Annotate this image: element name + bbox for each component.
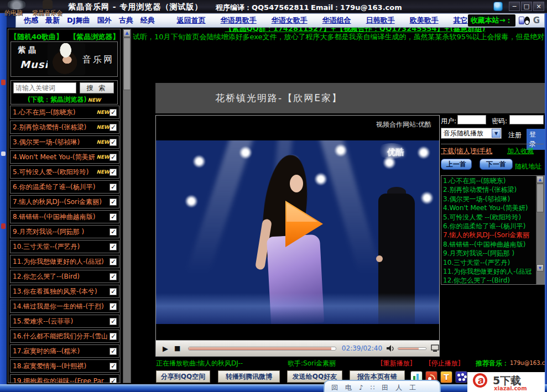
paw-dots-icon[interactable]	[455, 371, 467, 383]
song-row[interactable]: 2.别再惊动爱情-(张栋梁)NEW	[10, 121, 119, 134]
song-checkbox[interactable]	[110, 258, 117, 265]
playlist-item[interactable]: 3.偶尔哭一场-(邬祯琳)	[441, 195, 535, 203]
playlist-item[interactable]: 5.可怜没人爱 --(欧阳玲玲)	[441, 213, 535, 222]
nav-male-singers[interactable]: 华语男歌手	[221, 15, 257, 25]
desktop-icon[interactable]	[8, 0, 25, 9]
search-button[interactable]: 搜 索	[80, 82, 114, 93]
song-row[interactable]: 17.寂寞时的痛--(糯米)	[10, 344, 119, 358]
register-link[interactable]: 注册	[508, 130, 522, 140]
menu-category-classical[interactable]: 古典	[119, 15, 133, 25]
scrollbar-thumb[interactable]	[536, 184, 544, 212]
song-checkbox[interactable]	[110, 348, 117, 355]
tencent-t-icon[interactable]: T	[440, 371, 452, 383]
minimize-button[interactable]: −	[509, 2, 520, 11]
volume-slider[interactable]	[398, 347, 426, 350]
playlist-item[interactable]: 1.心不在焉--(陈晓东)	[441, 176, 535, 185]
song-row[interactable]: 16.什么都不能把我们分开-(雪山	[10, 330, 119, 343]
user-tool-icon[interactable]: 人	[395, 384, 402, 391]
playback-mode-select[interactable]: 音乐随机播放 ▼	[441, 128, 502, 139]
song-checkbox[interactable]	[110, 109, 117, 116]
add-favorite-link[interactable]: 加入收藏	[507, 147, 534, 156]
password-field[interactable]	[509, 115, 544, 124]
song-row[interactable]: 19.拥抱着你的滋味--(Free Par	[10, 374, 119, 383]
desktop-icon[interactable]	[43, 0, 53, 9]
song-row[interactable]: 3.偶尔哭一场-(邬祯琳)NEW	[10, 135, 119, 149]
video-player[interactable]: 视频合作网站:优酷	[155, 115, 440, 357]
dots-tool-icon[interactable]: ∷	[371, 384, 375, 391]
scroll-up-button[interactable]: ▲	[536, 176, 544, 183]
floating-toolbar[interactable]: 回 电 ♪ ∷ 田 人 工	[324, 380, 441, 392]
share-qzone-button[interactable]: 分享到QQ空间	[156, 370, 210, 383]
song-row[interactable]: 18.寂寞爱情海--(叶熙祺)	[10, 359, 119, 373]
scrollbar-thumb[interactable]	[123, 38, 131, 90]
song-checkbox[interactable]	[110, 363, 117, 370]
playlist-item[interactable]: 8.错错错--(中国神曲越南版)	[441, 240, 535, 249]
menu-category-classic[interactable]: 经典	[140, 15, 155, 25]
play-overlay-button[interactable]	[284, 200, 324, 248]
browser-link[interactable]: 【紫晶浏览器】	[69, 33, 119, 41]
wrench-tool-icon[interactable]: 工	[409, 384, 416, 391]
music-tool-icon[interactable]: ♪	[359, 384, 363, 391]
song-checkbox[interactable]	[110, 318, 117, 325]
fullscreen-icon[interactable]	[431, 344, 439, 352]
stop-icon[interactable]: ■	[174, 345, 180, 352]
song-checkbox[interactable]	[110, 228, 117, 236]
scroll-down-button[interactable]: ▼	[536, 264, 544, 271]
song-row[interactable]: 11.为你我想做更好的人-(品冠)	[10, 255, 119, 268]
menu-category-dj[interactable]: DJ舞曲	[67, 15, 90, 25]
song-checkbox[interactable]	[110, 198, 117, 206]
song-row[interactable]: 13.你在看孤独的风景-(本兮)	[10, 285, 119, 298]
playlist-item[interactable]: 4.Won't Meet You-(简美妍)	[441, 203, 535, 212]
search-input[interactable]	[13, 82, 76, 93]
nav-western-singers[interactable]: 欧美歌手	[410, 15, 439, 25]
song-row[interactable]: 14.错过我是你一生的错-(于烈)	[10, 300, 119, 313]
g-icon[interactable]: G	[533, 15, 540, 25]
song-checkbox[interactable]	[110, 288, 117, 295]
grid-tool-icon[interactable]: 田	[382, 384, 388, 391]
scroll-up-button[interactable]: ▲	[123, 29, 131, 37]
song-row[interactable]: 8.错错错--(中国神曲越南版)	[10, 210, 119, 223]
song-checkbox[interactable]	[110, 169, 117, 176]
song-checkbox[interactable]	[110, 378, 117, 384]
nav-home[interactable]: 返回首页	[177, 15, 206, 25]
nav-groups[interactable]: 华语组合	[322, 15, 351, 25]
song-row[interactable]: 5.可怜没人爱--(欧阳玲玲)NEW	[10, 165, 119, 179]
playlist-item[interactable]: 10.三寸天堂--(严艺丹)	[441, 258, 535, 267]
maximize-button[interactable]: □	[521, 2, 532, 11]
song-row[interactable]: 9.月亮对我说--(阿筎那 )	[10, 225, 119, 238]
download-to-phone-link[interactable]: 下载(恼人)到手机	[441, 147, 492, 156]
chevron-down-icon[interactable]: ▼	[492, 129, 501, 138]
download-browser-link[interactable]: (下载：紫晶浏览器)	[28, 96, 87, 103]
contact-card-icon[interactable]	[519, 17, 524, 24]
next-track-button[interactable]: 下一首	[480, 159, 513, 170]
nav-jk-singers[interactable]: 日韩歌手	[366, 15, 395, 25]
song-row[interactable]: 7.恼人的秋风DJ--(Sori金素丽)	[10, 195, 119, 208]
playlist-scrollbar[interactable]: ▲ ▼	[536, 176, 544, 284]
playlist-item[interactable]: 11.为你我想做更好的人-(品冠	[441, 267, 535, 276]
menu-category-foreign[interactable]: 国外	[97, 15, 112, 25]
song-row[interactable]: 4.Won't Meet You-(简美妍)NEW	[10, 150, 119, 164]
random-40-link[interactable]: 【随机40歌曲】	[10, 33, 63, 41]
bookmark-site-link[interactable]: 收藏本站→：	[468, 14, 515, 27]
song-checkbox[interactable]	[110, 124, 117, 131]
replay-link[interactable]: [重新播放]	[381, 359, 412, 368]
prev-track-button[interactable]: 上一首	[441, 159, 472, 170]
playlist-item[interactable]: 6.你的温柔给了谁--(杨川平)	[441, 222, 535, 231]
qq-icon[interactable]	[524, 17, 530, 25]
window-tool-icon[interactable]: 回	[331, 384, 338, 391]
song-checkbox[interactable]	[110, 154, 117, 161]
close-button[interactable]: ×	[533, 2, 544, 11]
nav-female-singers[interactable]: 华语女歌手	[272, 15, 308, 25]
stop-playback-link[interactable]: [停止播放]	[429, 359, 460, 368]
progress-bar[interactable]	[188, 347, 336, 351]
song-checkbox[interactable]	[110, 273, 117, 280]
playlist-item[interactable]: 9.月亮对我说--(阿筎那 )	[441, 249, 535, 258]
play-icon[interactable]: ▶	[163, 345, 168, 352]
nav-other[interactable]: 其它	[454, 15, 468, 25]
song-checkbox[interactable]	[110, 184, 117, 191]
random-address-link[interactable]: 随机地址	[515, 162, 541, 171]
song-row[interactable]: 15.爱难求--(云菲菲)	[10, 315, 119, 328]
power-tool-icon[interactable]: 电	[345, 384, 352, 391]
playlist-item[interactable]: 2.别再惊动爱情-(张栋梁)	[441, 185, 535, 194]
content-scrollbar[interactable]: ▲	[123, 29, 131, 383]
